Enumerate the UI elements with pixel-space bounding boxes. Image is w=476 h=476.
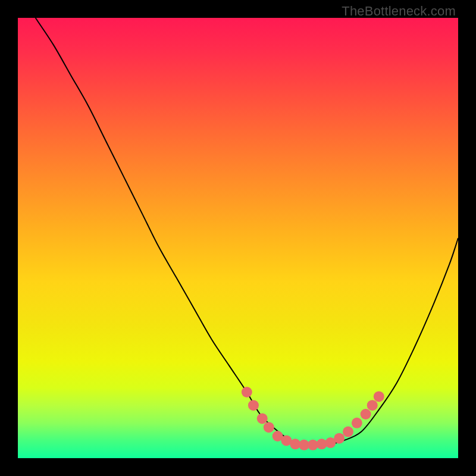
highlight-dot (248, 400, 259, 411)
highlight-dot (352, 418, 362, 428)
curve-svg (18, 18, 458, 458)
highlight-dot (343, 427, 353, 437)
highlight-dot (264, 422, 274, 433)
plot-area (18, 18, 458, 458)
highlight-dot (334, 433, 345, 444)
highlight-dot (257, 413, 268, 424)
chart-frame: TheBottleneck.com (0, 0, 476, 476)
highlight-dot (361, 409, 371, 419)
highlight-dot (367, 400, 378, 411)
bottleneck-curve (36, 18, 458, 446)
watermark-text: TheBottleneck.com (342, 4, 456, 19)
highlight-dots (242, 387, 384, 450)
highlight-dot (242, 387, 252, 397)
highlight-dot (374, 391, 384, 402)
